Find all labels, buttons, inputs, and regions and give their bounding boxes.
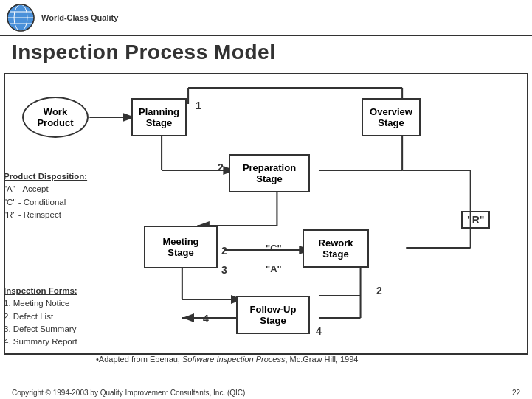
forms-line5: 4. Summary Report (4, 336, 77, 348)
planning-stage-box: Planning Stage (131, 98, 187, 136)
title-area: Inspection Process Model (0, 36, 532, 67)
planning-stage-label: Planning Stage (139, 106, 179, 128)
work-product-label: Work Product (37, 106, 73, 128)
disposition-line2: "A" - Accept (4, 183, 87, 195)
main-title: Inspection Process Model (12, 41, 275, 63)
adapted-end: , Mc.Graw Hill, 1994 (285, 355, 358, 364)
label-r: "R" (461, 211, 490, 229)
company-name: World-Class Quality (41, 13, 118, 22)
preparation-stage-box: Preparation Stage (229, 154, 310, 192)
disposition-line1: Product Disposition: (4, 170, 87, 183)
diagram-area: Work Product Planning Stage 1 Overview S… (0, 67, 532, 377)
meeting-stage-box: Meeting Stage (144, 226, 218, 268)
page-number: 22 (512, 389, 520, 397)
product-disposition-text: Product Disposition: "A" - Accept "C" - … (4, 170, 87, 221)
rework-stage-label: Rework Stage (319, 237, 353, 260)
num2-arrow-label: 2 (221, 245, 227, 257)
copyright-text: Copyright © 1994-2003 by Quality Improve… (12, 389, 245, 397)
rework-2-label: 2 (376, 285, 382, 296)
label-c: "C" (266, 243, 282, 254)
disposition-line4: "R" - Reinspect (4, 209, 87, 221)
forms-line1: Inspection Forms: (4, 285, 77, 297)
label-a: "A" (266, 263, 282, 274)
forms-line2: 1. Meeting Notice (4, 297, 77, 310)
disposition-line3: "C" - Conditional (4, 196, 87, 209)
adapted-italic: Software Inspection Process (182, 355, 285, 364)
meeting-stage-label: Meeting Stage (162, 236, 198, 258)
num3-label: 3 (221, 264, 227, 276)
forms-line4: 3. Defect Summary (4, 323, 77, 336)
adapted-text: •Adapted from Ebenau, Software Inspectio… (96, 355, 358, 364)
inspection-forms-text: Inspection Forms: 1. Meeting Notice 2. D… (4, 285, 77, 348)
overview-stage-box: Overview Stage (362, 98, 421, 136)
overview-stage-label: Overview Stage (370, 106, 412, 128)
follow-up-stage-box: Follow-Up Stage (236, 296, 310, 334)
globe-icon (6, 3, 35, 32)
adapted-prefix: •Adapted from Ebenau, (96, 355, 182, 364)
num2-top-label: 2 (218, 162, 224, 173)
num4-bottom-label: 4 (316, 325, 322, 337)
num4-left-label: 4 (203, 313, 209, 325)
preparation-stage-label: Preparation Stage (243, 162, 296, 184)
rework-stage-box: Rework Stage (303, 229, 369, 268)
follow-up-stage-label: Follow-Up Stage (250, 304, 297, 326)
footer: Copyright © 1994-2003 by Quality Improve… (0, 386, 532, 399)
forms-line3: 2. Defect List (4, 310, 77, 323)
work-product-box: Work Product (22, 97, 89, 138)
num1-label: 1 (196, 100, 201, 111)
header: World-Class Quality (0, 0, 532, 36)
